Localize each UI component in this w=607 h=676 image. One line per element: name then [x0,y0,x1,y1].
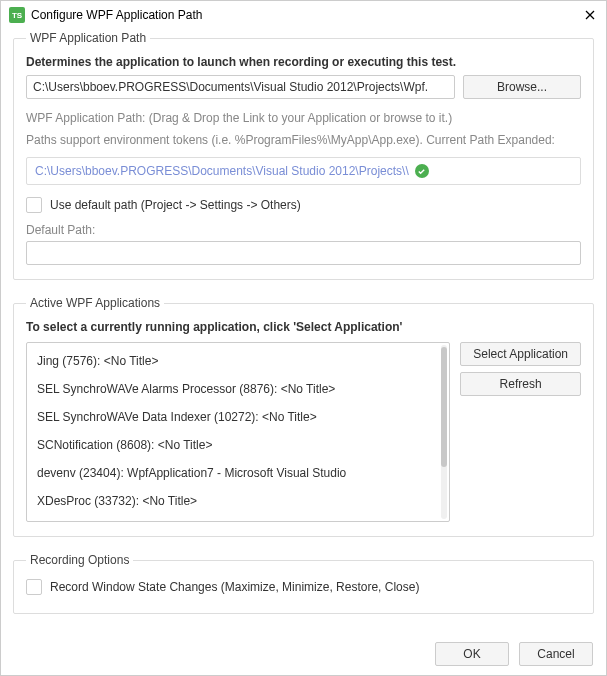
legend-active-apps: Active WPF Applications [26,296,164,310]
default-path-label: Default Path: [26,223,581,237]
group-active-apps: Active WPF Applications To select a curr… [13,296,594,537]
valid-path-icon [415,164,429,178]
footer: OK Cancel [435,642,593,666]
group-recording-options: Recording Options Record Window State Ch… [13,553,594,614]
use-default-path-checkbox[interactable] [26,197,42,213]
list-item[interactable]: Jing (7576): <No Title> [27,347,449,375]
list-item[interactable]: SEL SynchroWAVe Data Indexer (10272): <N… [27,403,449,431]
wpf-path-input[interactable] [26,75,455,99]
legend-wpf-path: WPF Application Path [26,31,150,45]
browse-button[interactable]: Browse... [463,75,581,99]
window-title: Configure WPF Application Path [31,8,576,22]
legend-recording-options: Recording Options [26,553,133,567]
ok-button[interactable]: OK [435,642,509,666]
wpf-path-description: Determines the application to launch whe… [26,55,581,69]
record-window-state-checkbox[interactable] [26,579,42,595]
cancel-button[interactable]: Cancel [519,642,593,666]
list-item[interactable]: SCNotification (8608): <No Title> [27,431,449,459]
active-apps-instruction: To select a currently running applicatio… [26,320,581,334]
wpf-path-hint-dragdrop: WPF Application Path: (Drag & Drop the L… [26,111,581,125]
use-default-path-label: Use default path (Project -> Settings ->… [50,198,301,212]
active-apps-listbox[interactable]: Jing (7576): <No Title> SEL SynchroWAVe … [26,342,450,522]
expanded-path-text: C:\Users\bboev.PROGRESS\Documents\Visual… [35,164,409,178]
select-application-button[interactable]: Select Application [460,342,581,366]
group-wpf-path: WPF Application Path Determines the appl… [13,31,594,280]
titlebar: Configure WPF Application Path [1,1,606,27]
list-item[interactable]: devenv (23404): WpfApplication7 - Micros… [27,459,449,487]
list-item[interactable]: XDesProc (33732): <No Title> [27,487,449,515]
default-path-input[interactable] [26,241,581,265]
wpf-path-hint-tokens: Paths support environment tokens (i.e. %… [26,133,581,147]
close-icon [585,10,595,20]
scrollbar-thumb[interactable] [441,347,447,467]
record-window-state-label: Record Window State Changes (Maximize, M… [50,580,419,594]
refresh-button[interactable]: Refresh [460,372,581,396]
scrollbar[interactable] [441,345,447,519]
expanded-path-box: C:\Users\bboev.PROGRESS\Documents\Visual… [26,157,581,185]
close-button[interactable] [582,7,598,23]
list-item[interactable]: SEL SynchroWAVe Alarms Processor (8876):… [27,375,449,403]
app-icon [9,7,25,23]
